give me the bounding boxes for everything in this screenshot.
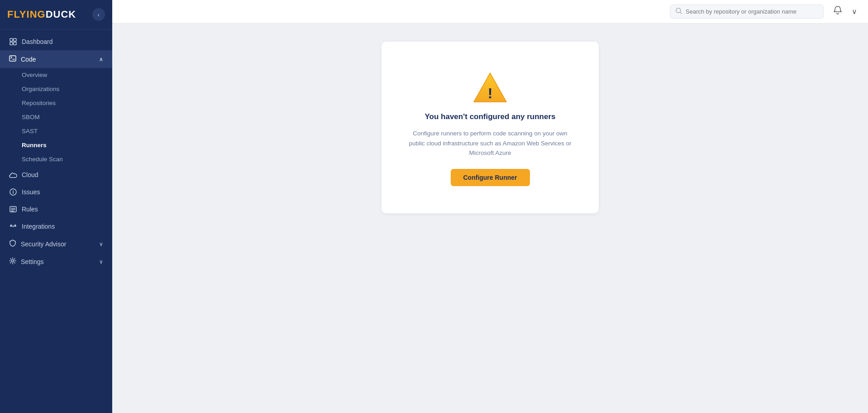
gear-icon: [9, 257, 16, 266]
sidebar-item-rules[interactable]: Rules: [0, 201, 112, 218]
sidebar-item-code[interactable]: Code ∧: [0, 50, 112, 68]
brand-flying: FLYING: [7, 9, 46, 20]
topbar: ∨: [112, 0, 868, 24]
sidebar-item-dashboard[interactable]: Dashboard: [0, 33, 112, 50]
chevron-down-icon: ∨: [852, 7, 857, 16]
search-icon: [676, 8, 682, 15]
search-box[interactable]: [670, 5, 824, 19]
code-subnav: Overview Organizations Repositories SBOM…: [0, 68, 112, 166]
brand-duck: DUCK: [46, 9, 76, 20]
sidebar-item-dashboard-label: Dashboard: [22, 38, 53, 45]
svg-rect-2: [10, 42, 13, 45]
sidebar-item-integrations-label: Integrations: [22, 223, 55, 230]
user-dropdown[interactable]: ∨: [852, 7, 857, 16]
configure-runner-button[interactable]: Configure Runner: [451, 169, 530, 186]
sidebar-item-organizations[interactable]: Organizations: [0, 82, 112, 96]
svg-rect-0: [10, 38, 13, 41]
sidebar-header: FLYINGDUCK ‹: [0, 0, 112, 29]
integrations-icon: [9, 222, 17, 231]
sidebar: FLYINGDUCK ‹ Dashboard: [0, 0, 112, 413]
card-title: You haven't configured any runners: [425, 112, 556, 121]
sidebar-item-code-label: Code: [21, 56, 36, 63]
sidebar-item-security-advisor-label: Security Advisor: [21, 240, 66, 248]
chevron-down-icon: ∨: [99, 241, 103, 247]
search-input[interactable]: [686, 8, 818, 15]
sidebar-item-cloud-label: Cloud: [22, 171, 38, 178]
sidebar-item-sbom[interactable]: SBOM: [0, 110, 112, 124]
sidebar-item-issues-label: Issues: [22, 188, 40, 196]
svg-text:!: !: [488, 85, 493, 101]
sidebar-item-issues[interactable]: Issues: [0, 183, 112, 201]
runners-empty-card: ! You haven't configured any runners Con…: [382, 42, 599, 213]
sidebar-item-schedule-scan[interactable]: Schedule Scan: [0, 152, 112, 166]
info-icon: [9, 188, 17, 196]
svg-point-7: [12, 260, 14, 262]
chevron-up-icon: ∧: [99, 56, 103, 62]
grid-icon: [9, 38, 17, 46]
sidebar-item-repositories[interactable]: Repositories: [0, 96, 112, 110]
sidebar-item-overview[interactable]: Overview: [0, 68, 112, 82]
chevron-left-icon: ‹: [98, 11, 100, 18]
sidebar-item-cloud[interactable]: Cloud: [0, 166, 112, 183]
shield-icon: [9, 240, 16, 248]
sidebar-item-settings-label: Settings: [21, 258, 44, 265]
sidebar-item-runners[interactable]: Runners: [0, 138, 112, 152]
content-area: ! You haven't configured any runners Con…: [112, 24, 868, 413]
svg-rect-4: [10, 56, 16, 61]
svg-rect-3: [14, 42, 16, 45]
warning-icon: !: [472, 69, 508, 105]
sidebar-item-security-advisor[interactable]: Security Advisor ∨: [0, 235, 112, 253]
sidebar-item-integrations[interactable]: Integrations: [0, 218, 112, 235]
settings-chevron-down-icon: ∨: [99, 259, 103, 265]
cloud-icon: [9, 171, 17, 179]
list-icon: [9, 205, 17, 213]
nav-section-main: Dashboard Code ∧ Overview Organizatio: [0, 29, 112, 274]
sidebar-collapse-button[interactable]: ‹: [92, 8, 105, 21]
svg-rect-1: [14, 38, 16, 41]
sidebar-item-rules-label: Rules: [22, 206, 38, 213]
sidebar-item-sast[interactable]: SAST: [0, 124, 112, 138]
card-description: Configure runners to perform code scanni…: [404, 129, 576, 158]
brand-logo: FLYINGDUCK: [7, 9, 76, 20]
main-area: ∨ ! You haven't configured any runners C…: [112, 0, 868, 413]
notifications-button[interactable]: [831, 4, 844, 19]
sidebar-item-settings[interactable]: Settings ∨: [0, 253, 112, 270]
code-icon: [9, 55, 16, 63]
